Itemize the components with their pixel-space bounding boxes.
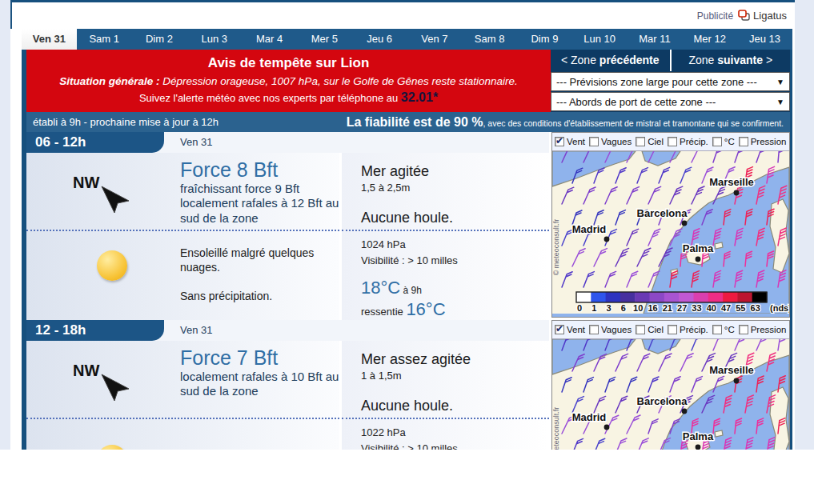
layer-toggle-vent: Vent bbox=[555, 325, 585, 334]
wind-direction: NW bbox=[73, 362, 145, 380]
day-tab-jeu-13[interactable]: Jeu 13 bbox=[737, 29, 792, 50]
time-range-tab: 06 - 12h bbox=[26, 132, 164, 153]
layer-checkbox[interactable] bbox=[668, 325, 677, 334]
layer-checkbox[interactable] bbox=[589, 137, 599, 146]
day-tab-dim-9[interactable]: Dim 9 bbox=[517, 29, 572, 50]
felt-temperature-row: ressentie 16°C bbox=[361, 299, 549, 320]
svg-text:6: 6 bbox=[621, 303, 626, 313]
page: Publicité Ligatus Ven 31Sam 1Dim 2Lun 3M… bbox=[0, 0, 814, 504]
visibility: Visibilité : > 10 milles bbox=[361, 442, 549, 450]
layer-checkbox[interactable] bbox=[739, 325, 748, 334]
chevron-down-icon: ▼ bbox=[776, 78, 784, 86]
map-watermark: © meteoconsult.fr bbox=[552, 407, 560, 450]
port-select[interactable]: --- Abords de port de cette zone --- ▼ bbox=[551, 92, 790, 111]
next-zone-button[interactable]: Zone suivante > bbox=[670, 50, 791, 71]
status-bar: établi à 9h - prochaine mise à jour à 12… bbox=[26, 112, 790, 132]
svg-text:Palma: Palma bbox=[683, 430, 714, 442]
ligatus-link[interactable]: Ligatus bbox=[738, 10, 787, 22]
alert-row: Avis de tempête sur Lion Situation génér… bbox=[26, 50, 790, 112]
layer-label: Vent bbox=[567, 137, 585, 146]
sun-icon bbox=[97, 250, 127, 281]
svg-text:Marseille: Marseille bbox=[709, 364, 754, 376]
layer-label: °C bbox=[724, 325, 735, 334]
layer-label: Ciel bbox=[648, 137, 664, 146]
day-label: Ven 31 bbox=[180, 136, 213, 148]
weather-text: Ensoleillé malgré quelques nuages. Sans … bbox=[180, 246, 348, 304]
svg-text:3: 3 bbox=[607, 303, 612, 313]
next-zone-bold: suivante bbox=[717, 54, 763, 66]
sea-cell: Mer assez agitée 1 à 1,5m Aucune houle. bbox=[342, 341, 549, 418]
day-tabs: Ven 31Sam 1Dim 2Lun 3Mar 4Mer 5Jeu 6Ven … bbox=[22, 29, 792, 50]
layer-checkbox[interactable] bbox=[668, 137, 677, 146]
wind-direction-arrow bbox=[98, 183, 132, 215]
layer-checkbox[interactable] bbox=[739, 137, 748, 146]
forecast-map-2[interactable]: VentVaguesCielPrécip.°CPression Marseill… bbox=[551, 320, 790, 450]
reliability-text: La fiabilité est de 90 % , avec des cond… bbox=[347, 115, 784, 130]
alert-phone-line: Suivez l'alerte météo avec nos experts p… bbox=[26, 90, 551, 105]
day-tab-dim-2[interactable]: Dim 2 bbox=[132, 29, 187, 50]
svg-text:21: 21 bbox=[663, 303, 672, 313]
layer-toggle-précip: Précip. bbox=[668, 137, 708, 146]
sea-height: 1 à 1,5m bbox=[361, 370, 549, 382]
day-tab-jeu-6[interactable]: Jeu 6 bbox=[352, 29, 407, 50]
svg-text:(nds): (nds) bbox=[770, 303, 789, 313]
layer-label: Pression bbox=[751, 325, 787, 334]
zone-large-select[interactable]: --- Prévisions zone large pour cette zon… bbox=[551, 72, 790, 91]
section-header: 12 - 18h Ven 31 bbox=[26, 320, 549, 341]
alert-situation: Situation générale : Dépression orageuse… bbox=[26, 75, 551, 87]
layer-checkbox[interactable] bbox=[589, 325, 599, 334]
site-container: Publicité Ligatus Ven 31Sam 1Dim 2Lun 3M… bbox=[10, 0, 795, 450]
map-watermark: © meteoconsult.fr bbox=[552, 219, 560, 276]
map-svg: MarseilleBarcelonaMadridPalma© meteocons… bbox=[552, 339, 789, 450]
wind-force-title: Force 8 Bft bbox=[180, 158, 350, 182]
day-tab-sam-1[interactable]: Sam 1 bbox=[77, 29, 132, 50]
day-tab-lun-3[interactable]: Lun 3 bbox=[186, 29, 242, 50]
temperature: 18°C bbox=[361, 278, 400, 298]
ligatus-label: Ligatus bbox=[753, 10, 787, 22]
weather-cell bbox=[26, 418, 339, 450]
reliability-main: La fiabilité est de 90 % bbox=[347, 115, 483, 130]
next-zone-suffix: > bbox=[763, 54, 772, 66]
layer-checkbox[interactable] bbox=[555, 325, 564, 334]
svg-text:33: 33 bbox=[692, 303, 701, 313]
wind-force-block: Force 7 Bft localement rafales à 10 Bft … bbox=[180, 346, 350, 399]
forecast-map-1[interactable]: VentVaguesCielPrécip.°CPression Marseill… bbox=[551, 132, 790, 318]
sun-icon bbox=[97, 445, 127, 450]
layer-label: Pression bbox=[751, 137, 787, 146]
layer-checkbox[interactable] bbox=[636, 325, 645, 334]
day-tab-mer-5[interactable]: Mer 5 bbox=[297, 29, 352, 50]
wind-direction: NW bbox=[73, 174, 145, 192]
svg-text:47: 47 bbox=[721, 303, 731, 313]
day-tab-ven-31[interactable]: Ven 31 bbox=[22, 29, 77, 50]
day-tab-mer-12[interactable]: Mer 12 bbox=[682, 29, 737, 50]
svg-text:Palma: Palma bbox=[683, 242, 714, 254]
wind-direction-label: NW bbox=[73, 174, 99, 191]
layer-checkbox[interactable] bbox=[712, 137, 722, 146]
layer-checkbox[interactable] bbox=[636, 137, 645, 146]
map-svg: MarseilleBarcelonaMadridPalma© meteocons… bbox=[552, 151, 789, 314]
day-tab-lun-10[interactable]: Lun 10 bbox=[572, 29, 628, 50]
wind-scale: 0136101621273340475563(nds) bbox=[576, 292, 789, 313]
publicite-label: Publicité bbox=[697, 10, 733, 22]
day-tab-ven-7[interactable]: Ven 7 bbox=[407, 29, 462, 50]
day-tab-mar-11[interactable]: Mar 11 bbox=[628, 29, 683, 50]
layer-toggle-pression: Pression bbox=[739, 325, 787, 334]
time-range-tab: 12 - 18h bbox=[26, 320, 164, 341]
layer-toggle-vagues: Vagues bbox=[589, 137, 632, 146]
temperature-row: 18°C à 9h bbox=[361, 278, 549, 298]
layer-toggle-c: °C bbox=[712, 325, 735, 334]
pressure-cell: 1022 hPa Visibilité : > 10 milles bbox=[342, 418, 549, 450]
weather-cell: Ensoleillé malgré quelques nuages. Sans … bbox=[26, 230, 339, 320]
wind-direction-label: NW bbox=[73, 362, 99, 379]
visibility: Visibilité : > 10 milles bbox=[361, 254, 549, 266]
svg-text:10: 10 bbox=[633, 303, 643, 313]
precipitation: Sans précipitation. bbox=[180, 289, 348, 303]
wind-direction-arrow bbox=[98, 371, 132, 403]
day-tab-mar-4[interactable]: Mar 4 bbox=[242, 29, 297, 50]
day-tab-sam-8[interactable]: Sam 8 bbox=[462, 29, 517, 50]
previous-zone-button[interactable]: < Zone précédente bbox=[551, 50, 670, 71]
layer-checkbox[interactable] bbox=[712, 325, 722, 334]
day-label: Ven 31 bbox=[180, 324, 213, 336]
felt-temperature: 16°C bbox=[406, 299, 445, 319]
layer-checkbox[interactable] bbox=[555, 137, 564, 146]
